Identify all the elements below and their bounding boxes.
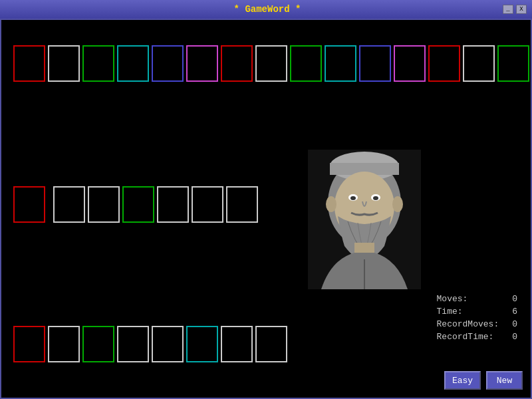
time-stat: Time: 6 xyxy=(437,307,517,317)
title-bar: * GameWord * _ X xyxy=(0,0,532,19)
letter-cell[interactable] xyxy=(53,186,85,223)
letter-cell[interactable] xyxy=(226,186,258,223)
letter-cell[interactable] xyxy=(186,326,218,362)
letter-cell[interactable] xyxy=(82,326,114,362)
letter-cell[interactable] xyxy=(152,326,184,362)
letter-cell[interactable] xyxy=(82,45,114,82)
letter-cell[interactable] xyxy=(13,186,45,223)
letter-cell[interactable] xyxy=(325,45,356,82)
time-value: 6 xyxy=(512,307,517,317)
letter-cell[interactable] xyxy=(359,45,391,82)
moves-label: Moves: xyxy=(437,294,468,304)
letter-cell[interactable] xyxy=(255,45,287,82)
record-moves-stat: RecordMoves: 0 xyxy=(437,319,517,329)
record-moves-value: 0 xyxy=(512,319,517,329)
letter-cell[interactable] xyxy=(117,45,149,82)
svg-point-7 xyxy=(350,196,356,200)
minimize-button[interactable]: _ xyxy=(503,5,513,14)
letter-row-2 xyxy=(13,186,258,223)
svg-point-8 xyxy=(373,196,378,200)
letter-cell[interactable] xyxy=(255,326,287,362)
letter-row-1 xyxy=(13,45,532,82)
letter-cell[interactable] xyxy=(48,326,80,362)
moves-stat: Moves: 0 xyxy=(437,294,517,304)
game-area: Moves: 0 Time: 6 RecordMoves: 0 RecordTi… xyxy=(0,19,532,399)
record-time-value: 0 xyxy=(512,332,517,342)
letter-cell[interactable] xyxy=(394,45,426,82)
portrait xyxy=(308,150,421,289)
svg-point-9 xyxy=(326,196,336,212)
easy-button[interactable]: Easy xyxy=(444,371,481,390)
record-moves-label: RecordMoves: xyxy=(437,319,499,329)
svg-point-10 xyxy=(392,196,403,212)
letter-cell[interactable] xyxy=(221,326,253,362)
window-title: * GameWord * xyxy=(32,4,503,15)
letter-cell[interactable] xyxy=(428,45,460,82)
stats-panel: Moves: 0 Time: 6 RecordMoves: 0 RecordTi… xyxy=(437,294,517,344)
new-button[interactable]: New xyxy=(486,371,523,390)
letter-cell[interactable] xyxy=(48,45,80,82)
letter-cell[interactable] xyxy=(157,186,189,223)
letter-row-3 xyxy=(13,326,287,362)
letter-cell[interactable] xyxy=(117,326,149,362)
letter-cell[interactable] xyxy=(152,45,184,82)
record-time-label: RecordTime: xyxy=(437,332,494,342)
letter-cell[interactable] xyxy=(13,326,45,362)
letter-cell[interactable] xyxy=(13,45,45,82)
letter-cell[interactable] xyxy=(186,45,218,82)
letter-cell[interactable] xyxy=(290,45,322,82)
letter-cell[interactable] xyxy=(497,45,529,82)
letter-cell[interactable] xyxy=(122,186,154,223)
letter-cell[interactable] xyxy=(221,45,253,82)
letter-cell[interactable] xyxy=(463,45,495,82)
record-time-stat: RecordTime: 0 xyxy=(437,332,517,342)
letter-cell[interactable] xyxy=(192,186,223,223)
letter-cell[interactable] xyxy=(88,186,120,223)
game-buttons: Easy New xyxy=(444,371,523,390)
time-label: Time: xyxy=(437,307,463,317)
close-button[interactable]: X xyxy=(516,5,527,14)
moves-value: 0 xyxy=(512,294,517,304)
window-controls[interactable]: _ X xyxy=(503,5,527,14)
